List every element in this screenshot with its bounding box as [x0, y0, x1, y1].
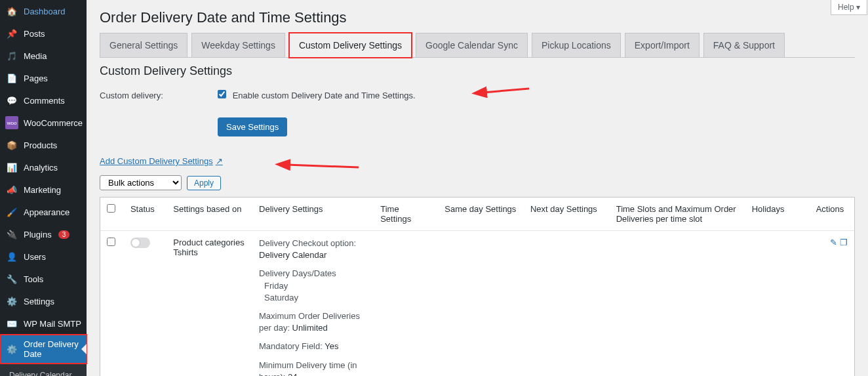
user-icon: 👤 — [5, 250, 18, 263]
ds-checkout-value: Delivery Calendar — [259, 250, 326, 260]
media-icon: 🎵 — [5, 49, 18, 62]
copy-icon[interactable]: ❐ — [840, 238, 848, 247]
tab-google-calendar[interactable]: Google Calendar Sync — [416, 33, 528, 57]
sidebar-item-label: WP Mail SMTP — [24, 319, 81, 329]
th-time-slots[interactable]: Time Slots and Maximum Order Deliveries … — [610, 198, 745, 231]
tab-faq-support[interactable]: FAQ & Support — [703, 33, 785, 57]
sidebar-item-label: Tools — [24, 274, 43, 284]
woo-icon: woo — [5, 116, 18, 129]
comment-icon: 💬 — [5, 94, 18, 107]
bulk-actions-select[interactable]: Bulk actions — [100, 175, 182, 190]
ds-mand-value: Yes — [323, 341, 339, 351]
save-settings-button[interactable]: Save Settings — [218, 117, 287, 136]
main-content: Help ▾ Order Delivery Date and Time Sett… — [87, 0, 868, 376]
th-time-settings[interactable]: Time Settings — [374, 198, 438, 231]
select-all-checkbox[interactable] — [107, 204, 115, 213]
sidebar-item-dashboard[interactable]: 🏠 Dashboard — [0, 0, 87, 22]
sidebar-item-comments[interactable]: 💬 Comments — [0, 89, 87, 112]
sidebar-item-marketing[interactable]: 📣 Marketing — [0, 178, 87, 201]
sidebar-item-tools[interactable]: 🔧 Tools — [0, 268, 87, 290]
tab-export-import[interactable]: Export/Import — [625, 33, 700, 57]
ds-day1: Friday — [259, 280, 367, 292]
sidebar-item-settings[interactable]: ⚙️ Settings — [0, 290, 87, 312]
submenu-delivery-calendar[interactable]: Delivery Calendar — [0, 367, 87, 376]
sidebar-item-label: Plugins — [24, 230, 52, 240]
bulk-actions-row: Bulk actions Apply — [100, 175, 855, 190]
sidebar-item-order-delivery-date[interactable]: ⚙️ Order Delivery Date — [0, 335, 87, 364]
svg-line-1 — [286, 165, 359, 167]
sidebar-item-label: Marketing — [24, 185, 61, 195]
custom-delivery-row: Custom delivery: Enable custom Delivery … — [100, 90, 855, 100]
ds-mand-label: Mandatory Field: — [259, 341, 323, 351]
sidebar-item-label: WooCommerce — [24, 118, 83, 128]
edit-icon[interactable]: ✎ — [830, 238, 837, 247]
th-status[interactable]: Status — [124, 198, 167, 231]
mail-icon: ✉️ — [5, 317, 18, 330]
update-badge: 3 — [58, 230, 70, 239]
sidebar-item-users[interactable]: 👤 Users — [0, 245, 87, 268]
help-tab[interactable]: Help ▾ — [831, 0, 867, 15]
chart-icon: 📊 — [5, 161, 18, 174]
th-delivery-settings[interactable]: Delivery Settings — [252, 198, 374, 231]
section-heading: Custom Delivery Settings — [100, 64, 855, 78]
th-settings[interactable]: Settings based on — [167, 198, 252, 231]
apply-button[interactable]: Apply — [187, 176, 221, 190]
plug-icon: 🔌 — [5, 228, 18, 241]
table-row: Product categories Tshirts Delivery Chec… — [100, 231, 854, 376]
th-actions: Actions — [810, 198, 854, 231]
sidebar-item-label: Order Delivery Date — [24, 339, 81, 359]
custom-delivery-label: Custom delivery: — [100, 91, 178, 100]
settings-table: Status Settings based on Delivery Settin… — [100, 197, 855, 376]
ds-min-value: 24 — [285, 372, 297, 376]
sidebar-item-products[interactable]: 📦 Products — [0, 134, 87, 156]
tab-general[interactable]: General Settings — [100, 33, 187, 57]
enable-custom-text: Enable custom Delivery Date and Time Set… — [233, 91, 416, 100]
sidebar-item-label: Comments — [24, 96, 65, 106]
row-checkbox[interactable] — [107, 238, 115, 246]
sidebar-item-label: Media — [24, 51, 47, 61]
th-same-day[interactable]: Same day Settings — [438, 198, 524, 231]
sidebar-item-analytics[interactable]: 📊 Analytics — [0, 156, 87, 178]
page-icon: 📄 — [5, 72, 18, 85]
sidebar-item-label: Products — [24, 140, 57, 150]
box-icon: 📦 — [5, 138, 18, 152]
sidebar-item-label: Posts — [24, 29, 45, 39]
sidebar-item-label: Pages — [24, 73, 48, 83]
tab-custom-delivery[interactable]: Custom Delivery Settings — [289, 33, 412, 58]
sidebar-item-plugins[interactable]: 🔌 Plugins 3 — [0, 223, 87, 245]
th-holidays[interactable]: Holidays — [745, 198, 810, 231]
sidebar-item-media[interactable]: 🎵 Media — [0, 45, 87, 67]
sidebar-item-wp-mail[interactable]: ✉️ WP Mail SMTP — [0, 312, 87, 335]
tab-pickup-locations[interactable]: Pickup Locations — [532, 33, 621, 57]
brush-icon: 🖌️ — [5, 205, 18, 219]
sliders-icon: ⚙️ — [5, 295, 18, 308]
nav-tabs: General Settings Weekday Settings Custom… — [100, 33, 855, 58]
ds-day2: Saturday — [259, 292, 367, 304]
sidebar-item-label: Users — [24, 252, 46, 262]
enable-custom-checkbox[interactable] — [218, 90, 226, 98]
ds-days-label: Delivery Days/Dates — [259, 268, 336, 278]
sidebar-item-appearance[interactable]: 🖌️ Appearance — [0, 201, 87, 223]
sidebar-item-label: Analytics — [24, 163, 58, 173]
settings-based-line2: Tshirts — [173, 247, 246, 257]
annotation-arrow-1 — [480, 82, 532, 97]
th-next-day[interactable]: Next day Settings — [524, 198, 610, 231]
sidebar-item-woocommerce[interactable]: woo WooCommerce — [0, 112, 87, 134]
sidebar-item-label: Settings — [24, 297, 54, 306]
sidebar-item-label: Appearance — [24, 207, 69, 217]
wrench-icon: 🔧 — [5, 272, 18, 285]
ds-checkout-label: Delivery Checkout option: — [259, 238, 356, 248]
svg-line-0 — [483, 89, 529, 93]
dashboard-icon: 🏠 — [5, 5, 18, 18]
pin-icon: 📌 — [5, 27, 18, 40]
settings-based-line1: Product categories — [173, 238, 246, 247]
external-icon: ↗ — [216, 156, 223, 166]
sidebar-item-pages[interactable]: 📄 Pages — [0, 67, 87, 89]
tab-weekday[interactable]: Weekday Settings — [191, 33, 285, 57]
status-toggle[interactable] — [130, 238, 150, 248]
add-custom-delivery-link[interactable]: Add Custom Delivery Settings ↗ — [100, 156, 223, 166]
sidebar-item-posts[interactable]: 📌 Posts — [0, 22, 87, 45]
gear-icon: ⚙️ — [5, 343, 18, 356]
sidebar-submenu: Delivery Calendar Settings Activate Lice… — [0, 364, 87, 376]
annotation-arrow-2 — [283, 159, 362, 175]
